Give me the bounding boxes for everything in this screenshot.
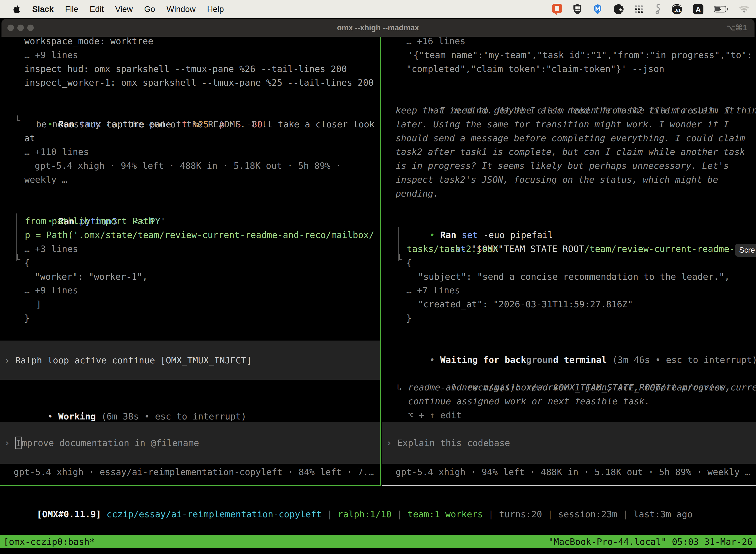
terminal-line: └be necessary for the end of the README.… [0, 117, 380, 131]
text-cursor: I [15, 437, 21, 449]
mailbox-msg-line: readme-and-reco/mailbox/worker-1.json, a… [382, 381, 756, 394]
pane-border-left [0, 485, 381, 486]
omx-team-workers: team:1 workers [408, 509, 483, 519]
terminal-line: '{"team_name":"my-team","task_id":"1","f… [382, 48, 756, 62]
omx-session-name: cczip/essay/ai-reimplementation-copyleft [107, 509, 322, 519]
ralph-loop-banner: › Ralph loop active continue [OMX_TMUX_I… [0, 340, 380, 380]
terminal-line: cat "$OMX_TEAM_STATE_ROOT/team/review-cu… [382, 228, 756, 242]
menu-left: Slack File Edit View Go Window Help [0, 4, 224, 15]
thinking-line: pending. [382, 187, 756, 201]
badge-61-icon[interactable]: ..61 [671, 3, 683, 15]
dots-grid-icon[interactable] [634, 4, 644, 14]
tooltip-text: Scre [739, 246, 755, 255]
terminal-line: … +3 lines [0, 242, 380, 256]
terminal-line: "subject": "send a concise recommendatio… [382, 270, 756, 284]
ran-tmux-line: • Ran tmux capture-pane -t %25 -p -S -80 [0, 104, 380, 117]
pane-right[interactable]: … +16 lines '{"team_name":"my-team","tas… [382, 37, 756, 485]
tmux-status-bar: [omx-cczip0:bash* "MacBook-Pro-44.local"… [0, 535, 756, 548]
banner-prompt-icon: › [0, 355, 10, 365]
omx-last-activity: last:3m ago [633, 509, 693, 519]
ran-python-line: • Ran python3 - <<'PY' [0, 201, 380, 214]
hook-icon[interactable] [654, 3, 661, 15]
terminal-line: p = Path('.omx/state/team/review-current… [0, 228, 380, 242]
wifi-icon[interactable] [739, 5, 750, 13]
blue-bolt-icon[interactable] [592, 4, 603, 15]
edit-hint-line: ⌥ + ↑ edit [382, 408, 756, 422]
terminal-line: "completed","claim_token":"claim-token"}… [382, 62, 756, 76]
screen: Slack File Edit View Go Window Help [0, 0, 756, 554]
crescent-icon[interactable] [613, 4, 624, 15]
menu-item-file[interactable]: File [65, 4, 78, 14]
terminal-line: … +16 lines [382, 37, 756, 48]
terminal-line: "created_at": "2026-03-31T11:59:27.816Z" [382, 297, 756, 311]
menu-status-icons: ..61 A [552, 3, 756, 15]
omx-turns: turns:20 [499, 509, 542, 519]
letter-a-text: A [696, 5, 701, 13]
omx-session-time: session:23m [558, 509, 617, 519]
pane-divider[interactable] [380, 37, 381, 486]
corner-icon: └ [15, 253, 20, 266]
menu-item-edit[interactable]: Edit [89, 4, 104, 14]
mailbox-msg-line: ↳1 new msg(s): read $OMX_TEAM_STATE_ROOT… [382, 367, 756, 381]
input-prompt-icon: › [0, 438, 10, 448]
window-title: omx --xhigh --madmax [1, 19, 755, 37]
shield-grid-icon[interactable] [572, 3, 582, 15]
terminal-line: "worker": "worker-1", [0, 270, 380, 284]
thinking-line: later. Using the same for transition mig… [382, 117, 756, 131]
menu-item-go[interactable]: Go [144, 4, 155, 14]
prompt-input-right[interactable]: › Explain this codebase [382, 422, 756, 464]
terminal-line: inspect_hud: omx sparkshell --tmux-pane … [0, 62, 380, 76]
menu-app-name[interactable]: Slack [32, 4, 54, 14]
corner-icon: └ [397, 253, 402, 266]
mailbox-msg-line: continue assigned work or next feasible … [382, 394, 756, 408]
terminal-line: └{ [382, 256, 756, 270]
input-placeholder: Explain this codebase [392, 438, 510, 448]
menu-item-view[interactable]: View [115, 4, 133, 14]
model-status-left: gpt-5.4 xhigh · essay/ai-reimplementatio… [0, 465, 374, 479]
badge-61-text: ..61 [674, 8, 681, 13]
terminal-line: gpt-5.4 xhigh · 94% left · 488K in · 5.1… [0, 159, 380, 173]
ran-set-line: • Ran set -euo pipefail [382, 214, 756, 228]
terminal-line: inspect_worker-1: omx sparkshell --tmux-… [0, 76, 380, 90]
working-status-line: • Working (6m 38s • esc to interrupt) [0, 396, 380, 409]
terminal-line: … +7 lines [382, 283, 756, 297]
omx-ralph-counter: ralph:1/10 [338, 509, 392, 519]
terminal-line: weekly … [0, 173, 380, 187]
corner-icon: └ [15, 114, 20, 128]
waiting-status-line: • Waiting for background terminal (3m 46… [382, 339, 756, 353]
omx-version: [OMX#0.11.9] [37, 509, 101, 519]
thinking-line: task2 after task1 is complete, but can I… [382, 145, 756, 159]
terminal: workspace_mode: worktree … +9 lines insp… [0, 37, 756, 554]
letter-a-icon[interactable]: A [693, 3, 704, 15]
terminal-line: … +110 lines [0, 145, 380, 159]
menu-item-window[interactable]: Window [167, 4, 195, 14]
tmux-session-window: [omx-cczip0:bash* [3, 537, 95, 547]
waiting-bullet-icon: • [429, 355, 435, 365]
working-bullet-icon: • [47, 411, 53, 422]
terminal-line: … +9 lines [0, 283, 380, 297]
chat-app-icon[interactable] [552, 3, 563, 15]
terminal-line: } [382, 311, 756, 325]
thinking-line: • I need to get the claim token from the… [382, 90, 756, 104]
terminal-line: } [0, 311, 380, 325]
terminal-line: tasks/task-2.json" [382, 242, 756, 256]
model-status-right: gpt-5.4 xhigh · 94% left · 488K in · 5.1… [382, 465, 750, 479]
screen-tooltip: Scre [735, 244, 756, 257]
terminal-line: … +9 lines [0, 48, 380, 62]
input-placeholder: mprove documentation in @filename [21, 438, 199, 448]
prompt-input-left[interactable]: › Improve documentation in @filename [0, 422, 380, 464]
pane-border-right [382, 485, 756, 486]
window-shortcut: ⌥⌘1 [726, 19, 747, 37]
omx-status-bar: [OMX#0.11.9] cczip/essay/ai-reimplementa… [0, 493, 756, 507]
terminal-line: at [0, 131, 380, 145]
battery-charging-icon[interactable] [714, 5, 729, 13]
terminal-line: ] [0, 297, 380, 311]
tmux-host-clock: "MacBook-Pro-44.local" 05:03 31-Mar-26 [548, 537, 753, 547]
pane-left[interactable]: workspace_mode: worktree … +9 lines insp… [0, 37, 380, 485]
input-prompt-icon: › [382, 438, 392, 448]
window-title-bar[interactable]: omx --xhigh --madmax ⌥⌘1 [1, 19, 755, 37]
thinking-line: should send a message before completing … [382, 131, 756, 145]
menu-item-help[interactable]: Help [207, 4, 224, 14]
terminal-line: from pathlib import Path [0, 214, 380, 228]
apple-menu-icon[interactable] [11, 4, 21, 15]
